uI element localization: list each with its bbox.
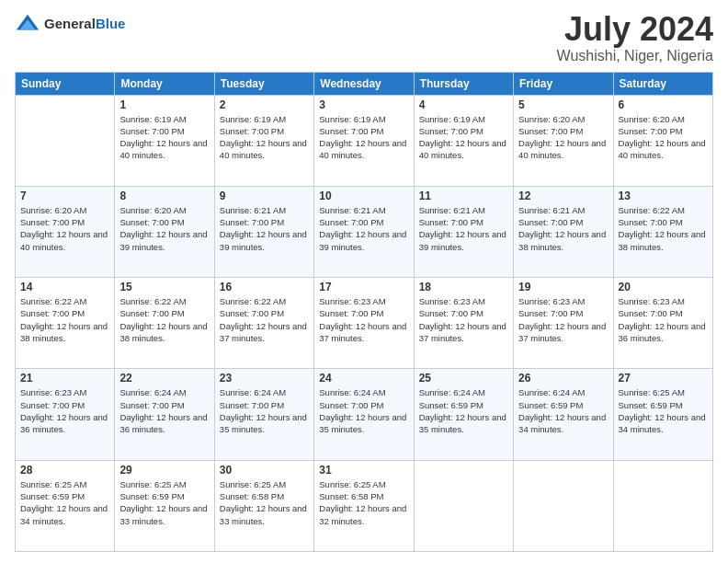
calendar-cell: 14Sunrise: 6:22 AMSunset: 7:00 PMDayligh… bbox=[16, 278, 115, 369]
day-number: 20 bbox=[619, 281, 708, 293]
logo-general: General bbox=[44, 16, 96, 31]
calendar-cell: 27Sunrise: 6:25 AMSunset: 6:59 PMDayligh… bbox=[613, 369, 712, 460]
week-row-4: 21Sunrise: 6:23 AMSunset: 7:00 PMDayligh… bbox=[16, 369, 713, 460]
day-info: Sunrise: 6:25 AMSunset: 6:59 PMDaylight:… bbox=[119, 478, 209, 527]
title-block: July 2024 Wushishi, Niger, Nigeria bbox=[557, 11, 713, 64]
day-number: 17 bbox=[319, 281, 408, 293]
day-header-monday: Monday bbox=[115, 72, 214, 95]
calendar-cell: 13Sunrise: 6:22 AMSunset: 7:00 PMDayligh… bbox=[613, 186, 712, 277]
calendar-cell: 10Sunrise: 6:21 AMSunset: 7:00 PMDayligh… bbox=[314, 186, 414, 277]
calendar-table: SundayMondayTuesdayWednesdayThursdayFrid… bbox=[15, 72, 713, 552]
location-title: Wushishi, Niger, Nigeria bbox=[557, 48, 713, 64]
day-number: 18 bbox=[419, 281, 508, 293]
calendar-cell bbox=[613, 460, 712, 551]
day-info: Sunrise: 6:24 AMSunset: 7:00 PMDaylight:… bbox=[220, 386, 309, 435]
day-number: 16 bbox=[220, 281, 309, 293]
day-number: 6 bbox=[619, 98, 708, 111]
day-info: Sunrise: 6:20 AMSunset: 7:00 PMDaylight:… bbox=[20, 204, 109, 253]
day-number: 30 bbox=[220, 464, 309, 477]
day-info: Sunrise: 6:24 AMSunset: 6:59 PMDaylight:… bbox=[518, 386, 608, 435]
day-info: Sunrise: 6:19 AMSunset: 7:00 PMDaylight:… bbox=[319, 113, 408, 162]
day-info: Sunrise: 6:24 AMSunset: 7:00 PMDaylight:… bbox=[319, 386, 408, 435]
day-number: 2 bbox=[220, 98, 309, 111]
day-info: Sunrise: 6:21 AMSunset: 7:00 PMDaylight:… bbox=[518, 204, 608, 253]
day-number: 15 bbox=[119, 281, 209, 293]
calendar-cell: 4Sunrise: 6:19 AMSunset: 7:00 PMDaylight… bbox=[414, 95, 513, 186]
calendar-cell: 19Sunrise: 6:23 AMSunset: 7:00 PMDayligh… bbox=[514, 278, 613, 369]
day-number: 23 bbox=[220, 372, 309, 385]
day-number: 7 bbox=[20, 190, 109, 202]
day-info: Sunrise: 6:19 AMSunset: 7:00 PMDaylight:… bbox=[119, 113, 209, 162]
day-number: 4 bbox=[419, 98, 508, 111]
calendar-cell: 11Sunrise: 6:21 AMSunset: 7:00 PMDayligh… bbox=[414, 186, 513, 277]
day-number: 5 bbox=[518, 98, 608, 111]
day-info: Sunrise: 6:21 AMSunset: 7:00 PMDaylight:… bbox=[220, 204, 309, 253]
day-number: 21 bbox=[20, 372, 109, 385]
calendar-cell: 30Sunrise: 6:25 AMSunset: 6:58 PMDayligh… bbox=[214, 460, 313, 551]
calendar-cell: 5Sunrise: 6:20 AMSunset: 7:00 PMDaylight… bbox=[514, 95, 613, 186]
day-header-sunday: Sunday bbox=[16, 72, 115, 95]
day-number: 9 bbox=[220, 190, 309, 202]
week-row-5: 28Sunrise: 6:25 AMSunset: 6:59 PMDayligh… bbox=[16, 460, 713, 551]
calendar-cell: 15Sunrise: 6:22 AMSunset: 7:00 PMDayligh… bbox=[115, 278, 214, 369]
day-header-tuesday: Tuesday bbox=[214, 72, 313, 95]
day-number: 26 bbox=[518, 372, 608, 385]
day-info: Sunrise: 6:23 AMSunset: 7:00 PMDaylight:… bbox=[419, 295, 508, 344]
day-info: Sunrise: 6:24 AMSunset: 7:00 PMDaylight:… bbox=[119, 386, 209, 435]
page: GeneralBlue July 2024 Wushishi, Niger, N… bbox=[0, 0, 728, 563]
day-number: 14 bbox=[20, 281, 109, 293]
day-info: Sunrise: 6:25 AMSunset: 6:58 PMDaylight:… bbox=[220, 478, 309, 527]
day-info: Sunrise: 6:19 AMSunset: 7:00 PMDaylight:… bbox=[419, 113, 508, 162]
day-info: Sunrise: 6:25 AMSunset: 6:59 PMDaylight:… bbox=[20, 478, 109, 527]
day-number: 29 bbox=[119, 464, 209, 477]
day-header-saturday: Saturday bbox=[613, 72, 712, 95]
logo-blue: Blue bbox=[96, 16, 126, 31]
logo-text: GeneralBlue bbox=[44, 17, 125, 32]
day-header-wednesday: Wednesday bbox=[314, 72, 414, 95]
day-info: Sunrise: 6:22 AMSunset: 7:00 PMDaylight:… bbox=[119, 295, 209, 344]
calendar-cell: 22Sunrise: 6:24 AMSunset: 7:00 PMDayligh… bbox=[115, 369, 214, 460]
calendar-cell: 18Sunrise: 6:23 AMSunset: 7:00 PMDayligh… bbox=[414, 278, 513, 369]
calendar-cell: 3Sunrise: 6:19 AMSunset: 7:00 PMDaylight… bbox=[314, 95, 414, 186]
days-header-row: SundayMondayTuesdayWednesdayThursdayFrid… bbox=[16, 72, 713, 95]
day-number: 25 bbox=[419, 372, 508, 385]
day-info: Sunrise: 6:21 AMSunset: 7:00 PMDaylight:… bbox=[319, 204, 408, 253]
day-header-friday: Friday bbox=[514, 72, 613, 95]
day-number: 31 bbox=[319, 464, 408, 477]
calendar-cell: 28Sunrise: 6:25 AMSunset: 6:59 PMDayligh… bbox=[16, 460, 115, 551]
calendar-cell: 31Sunrise: 6:25 AMSunset: 6:58 PMDayligh… bbox=[314, 460, 414, 551]
week-row-1: 1Sunrise: 6:19 AMSunset: 7:00 PMDaylight… bbox=[16, 95, 713, 186]
day-info: Sunrise: 6:25 AMSunset: 6:59 PMDaylight:… bbox=[619, 386, 708, 435]
calendar-cell bbox=[414, 460, 513, 551]
day-number: 22 bbox=[119, 372, 209, 385]
day-info: Sunrise: 6:23 AMSunset: 7:00 PMDaylight:… bbox=[319, 295, 408, 344]
day-number: 12 bbox=[518, 190, 608, 202]
calendar-cell: 25Sunrise: 6:24 AMSunset: 6:59 PMDayligh… bbox=[414, 369, 513, 460]
calendar-cell bbox=[514, 460, 613, 551]
day-info: Sunrise: 6:20 AMSunset: 7:00 PMDaylight:… bbox=[518, 113, 608, 162]
day-info: Sunrise: 6:24 AMSunset: 6:59 PMDaylight:… bbox=[419, 386, 508, 435]
week-row-3: 14Sunrise: 6:22 AMSunset: 7:00 PMDayligh… bbox=[16, 278, 713, 369]
day-info: Sunrise: 6:22 AMSunset: 7:00 PMDaylight:… bbox=[619, 204, 708, 253]
calendar-cell: 21Sunrise: 6:23 AMSunset: 7:00 PMDayligh… bbox=[16, 369, 115, 460]
day-info: Sunrise: 6:22 AMSunset: 7:00 PMDaylight:… bbox=[20, 295, 109, 344]
day-info: Sunrise: 6:21 AMSunset: 7:00 PMDaylight:… bbox=[419, 204, 508, 253]
day-number: 10 bbox=[319, 190, 408, 202]
month-title: July 2024 bbox=[557, 11, 713, 48]
calendar-cell: 12Sunrise: 6:21 AMSunset: 7:00 PMDayligh… bbox=[514, 186, 613, 277]
day-number: 1 bbox=[119, 98, 209, 111]
week-row-2: 7Sunrise: 6:20 AMSunset: 7:00 PMDaylight… bbox=[16, 186, 713, 277]
calendar-cell bbox=[16, 95, 115, 186]
day-number: 24 bbox=[319, 372, 408, 385]
day-number: 28 bbox=[20, 464, 109, 477]
day-info: Sunrise: 6:19 AMSunset: 7:00 PMDaylight:… bbox=[220, 113, 309, 162]
day-number: 8 bbox=[119, 190, 209, 202]
day-number: 13 bbox=[619, 190, 708, 202]
calendar-cell: 16Sunrise: 6:22 AMSunset: 7:00 PMDayligh… bbox=[214, 278, 313, 369]
day-info: Sunrise: 6:25 AMSunset: 6:58 PMDaylight:… bbox=[319, 478, 408, 527]
calendar-cell: 24Sunrise: 6:24 AMSunset: 7:00 PMDayligh… bbox=[314, 369, 414, 460]
day-info: Sunrise: 6:23 AMSunset: 7:00 PMDaylight:… bbox=[20, 386, 109, 435]
day-number: 19 bbox=[518, 281, 608, 293]
calendar-cell: 9Sunrise: 6:21 AMSunset: 7:00 PMDaylight… bbox=[214, 186, 313, 277]
calendar-cell: 1Sunrise: 6:19 AMSunset: 7:00 PMDaylight… bbox=[115, 95, 214, 186]
